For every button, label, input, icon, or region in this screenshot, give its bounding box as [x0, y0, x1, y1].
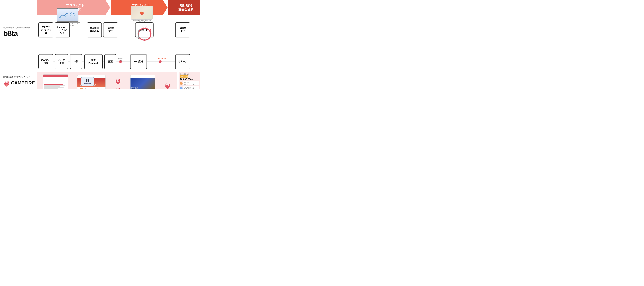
feedback-label: Feedback [84, 83, 91, 84]
box-account: アカウント作成 [38, 54, 54, 69]
box-shusei: 修正 [104, 54, 116, 69]
campfire-row: アカウント作成 ページ作成 申請 審査Feedback 修正 審査完了/公開！ … [37, 52, 200, 72]
cycle-arrow-container [135, 25, 154, 42]
success-badge: SUCCESS! [180, 75, 188, 78]
flame-icon-3 [164, 82, 170, 89]
chart-wave-icon [58, 11, 77, 19]
b8ta-logo: b8ta [3, 29, 18, 38]
cf-screen-3: 都市の夜景 [130, 75, 155, 89]
success-amount: 10,000,000円 [180, 78, 199, 81]
campfire-logo-wrap: CAMPFIRE [3, 79, 35, 87]
b8ta-connector1 [70, 30, 86, 30]
feedback-number: 53 [86, 79, 90, 83]
feedback-badge: 53 Feedback [81, 77, 94, 86]
box-hensou: 展示品返送 [175, 22, 190, 38]
flame-icon-2 [115, 86, 121, 89]
box-tenjihin-haisou: 展示品配送 [103, 22, 118, 38]
cycle-arrow-icon [135, 25, 154, 42]
box-pr-kouhou: PR/広報 [130, 54, 147, 69]
arrow-fulfillment-period: 履行期間支援金受取 [168, 0, 200, 15]
box-return: リターン [175, 54, 190, 69]
product-image-container: 🫖 展示開始後も最適な展示方法を検証・改善 [131, 6, 153, 23]
campfire-screenshots-area: プロジェクト申請しました！ プロフィールをもっと充実させると支援者が安心して支援… [37, 72, 177, 89]
cf-screen-1 [43, 74, 68, 89]
flame-icons-container [115, 77, 121, 89]
box-onboard: オンボーディング会議 [38, 22, 54, 38]
main-area: データ管理画面・店頭タブレットの画像や動画の設定画面 🫖 展示開始後も最適な展示… [37, 15, 200, 89]
b8ta-row: データ管理画面・店頭タブレットの画像や動画の設定画面 🫖 展示開始後も最適な展示… [37, 20, 200, 42]
campfire-section: 国内最大のクラウドファンディング CAMPFIRE [2, 76, 37, 87]
product-mockup: 🫖 [131, 6, 153, 20]
b8ta-connector2 [118, 30, 135, 30]
box-shinsa-feedback: 審査Feedback [84, 54, 103, 69]
campfire-subtitle: 国内最大のクラウドファンディング [3, 76, 30, 78]
cf-screen-header-1 [43, 75, 68, 77]
label-shinsa-end: 審査完了/公開！ [116, 58, 126, 62]
b8ta-connector3 [154, 30, 169, 30]
box-page-create: ページ作成 [55, 54, 68, 69]
arrow-fulfillment-label: 履行期間支援金受取 [175, 3, 194, 12]
laptop-mockup [57, 8, 78, 22]
dot-success [159, 60, 162, 63]
success-comments: 応援しています！頑張ってください！ リターンが届くのを楽しみにしています。 プロ… [180, 81, 199, 89]
campfire-success-panel: 現在の支援金額 SUCCESS! 10,000,000円 応援しています！頑張っ… [178, 72, 200, 89]
success-current-label: 現在の支援金額 [180, 73, 199, 75]
box-seihin: 製品説明資料提供 [87, 22, 102, 38]
campfire-logo-text: CAMPFIRE [11, 80, 35, 86]
left-panel: 新しい体験と発見をあなたに届ける場所 b8ta 国内最大のクラウドファンディング… [0, 15, 37, 89]
label-success: SUCCESS! [157, 58, 167, 59]
comment-1: 応援しています！頑張ってください！ [180, 81, 199, 85]
b8ta-section: 新しい体験と発見をあなたに届ける場所 b8ta [2, 27, 37, 38]
b8ta-subtitle: 新しい体験と発見をあなたに届ける場所 [3, 27, 30, 29]
box-shinsei: 申請 [70, 54, 82, 69]
svg-point-0 [5, 84, 8, 86]
box-dashboard: ダッシュボードアクセス付与 [55, 22, 70, 38]
comment-2: リターンが届くのを楽しみにしています。 [180, 86, 199, 89]
flame-icon-1 [115, 77, 121, 84]
campfire-flame-icon [3, 79, 10, 87]
